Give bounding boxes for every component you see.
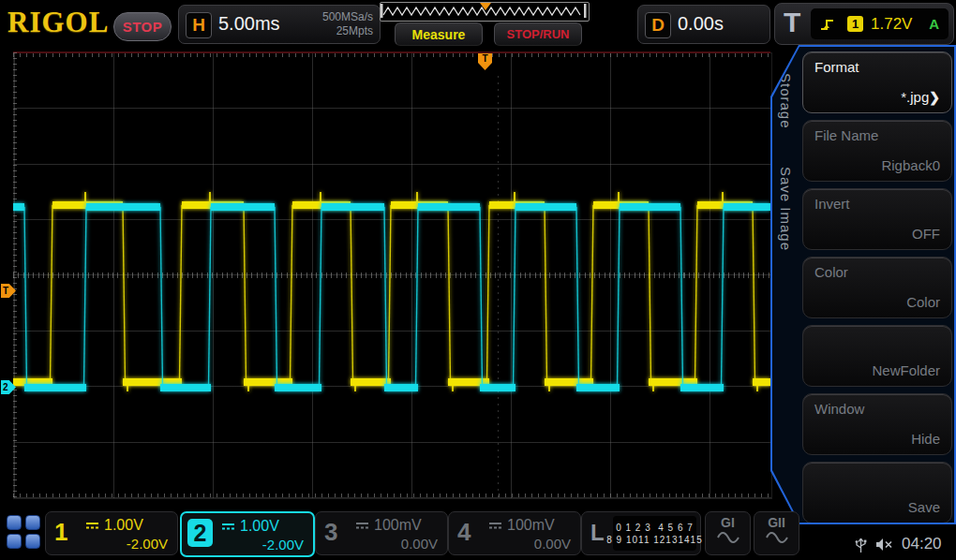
channel-2-offset: -2.00V <box>262 537 304 553</box>
format-value: *.jpg❯ <box>901 89 940 105</box>
menu-item-invert[interactable]: Invert OFF <box>802 188 952 250</box>
trigger-level-value: 1.72V <box>871 15 912 34</box>
chevron-right-icon: ❯ <box>929 90 940 105</box>
generator-2-box[interactable]: GII <box>754 511 799 555</box>
menu-item-window[interactable]: Window Hide <box>802 393 952 455</box>
file-name-label: File Name <box>814 127 878 143</box>
soft-menu-frame: Storage Save Image Format *.jpg❯ File Na… <box>770 45 956 524</box>
channel-4-offset: 0.00V <box>534 536 571 552</box>
dc-coupling-icon <box>488 522 502 529</box>
generator-1-label: GI <box>706 515 750 530</box>
menu-tile-icon <box>7 515 22 530</box>
sine-wave-icon <box>765 532 789 543</box>
stop-run-button[interactable]: STOP/RUN <box>494 22 582 46</box>
menu-item-file-name[interactable]: File Name Rigback0 <box>802 120 952 182</box>
channel-4-box[interactable]: 4 100mV 0.00V <box>448 511 581 555</box>
logic-label: L <box>590 520 605 546</box>
horizontal-timebase-panel: H 5.00ms 500MSa/s 25Mpts <box>178 5 381 44</box>
channel-3-offset: 0.00V <box>401 536 438 552</box>
channel-3-box[interactable]: 3 100mV 0.00V <box>315 511 448 555</box>
logic-row-2: 8 9 1011 12131415 <box>606 534 702 546</box>
color-value: Color <box>906 294 940 310</box>
clock: 04:20 <box>902 535 942 553</box>
logic-channels-box[interactable]: L 0 1 2 3 4 5 6 78 9 1011 12131415 <box>581 511 701 555</box>
generator-2-label: GII <box>754 515 799 530</box>
generator-1-box[interactable]: GI <box>705 511 751 555</box>
delay-panel: D 0.00s <box>637 5 770 44</box>
window-value: Hide <box>911 431 940 447</box>
trigger-source-badge: 1 <box>847 16 863 32</box>
main-menu-icon[interactable] <box>7 515 42 551</box>
tab-storage: Storage <box>778 73 794 129</box>
t-badge: T <box>784 7 800 38</box>
usb-icon <box>855 536 867 553</box>
measure-button[interactable]: Measure <box>395 22 483 46</box>
dc-coupling-icon <box>355 522 369 529</box>
channel-2-box[interactable]: 2 1.00V -2.00V <box>180 511 315 557</box>
channel-1-box[interactable]: 1 1.00V -2.00V <box>45 511 178 555</box>
channel-2-number: 2 <box>187 519 213 547</box>
memory-depth: 25Mpts <box>336 24 373 37</box>
menu-item-save[interactable]: Save <box>802 462 952 523</box>
color-label: Color <box>814 264 848 280</box>
format-label: Format <box>814 59 859 75</box>
acquisition-status-badge: STOP <box>113 12 172 41</box>
menu-item-format[interactable]: Format *.jpg❯ <box>802 52 952 113</box>
d-badge: D <box>645 12 671 38</box>
window-label: Window <box>814 401 864 417</box>
dc-coupling-icon <box>221 523 235 530</box>
waveform-traces <box>13 52 770 497</box>
timebase-value: 5.00ms <box>218 13 280 35</box>
channel-3-number: 3 <box>324 518 337 546</box>
tab-save-image: Save Image <box>778 167 794 251</box>
menu-tile-icon <box>25 515 40 530</box>
menu-tile-icon <box>25 534 40 549</box>
sample-rate-block: 500MSa/s 25Mpts <box>322 10 373 38</box>
sine-wave-icon <box>716 532 740 543</box>
speaker-muted-icon <box>875 538 893 552</box>
channel-4-scale: 100mV <box>507 517 555 534</box>
invert-value: OFF <box>912 226 940 242</box>
channel-3-scale: 100mV <box>374 517 422 534</box>
delay-value: 0.00s <box>678 13 724 35</box>
trigger-sweep-mode: A <box>929 16 939 32</box>
invert-label: Invert <box>814 196 850 212</box>
h-badge: H <box>186 12 212 38</box>
memory-position-marker-icon <box>480 3 491 10</box>
new-folder-value: NewFolder <box>872 362 940 378</box>
soft-menu-panel: Storage Save Image Format *.jpg❯ File Na… <box>770 45 956 524</box>
trigger-slope-icon <box>819 16 838 33</box>
menu-tile-icon <box>7 534 22 549</box>
channel-1-scale: 1.00V <box>104 517 143 534</box>
channel-2-scale: 1.00V <box>240 518 279 535</box>
trigger-inset: 1 1.72V A <box>811 8 949 39</box>
dc-coupling-icon <box>85 522 99 529</box>
channel-1-offset: -2.00V <box>127 536 168 552</box>
rigol-logo: RIGOL <box>7 6 109 39</box>
menu-item-color[interactable]: Color Color <box>802 257 952 318</box>
menu-item-new-folder[interactable]: NewFolder <box>802 325 952 387</box>
channel-4-number: 4 <box>457 518 471 546</box>
status-area: 04:20 <box>855 532 952 556</box>
sample-rate: 500MSa/s <box>322 10 373 23</box>
trigger-panel: T 1 1.72V A <box>774 3 954 45</box>
save-value: Save <box>908 499 940 515</box>
channel-1-number: 1 <box>54 518 67 546</box>
file-name-value: Rigback0 <box>881 157 940 173</box>
logic-channel-list: 0 1 2 3 4 5 6 78 9 1011 12131415 <box>613 516 696 551</box>
format-value-text: *.jpg <box>901 89 929 105</box>
logic-row-1: 0 1 2 3 4 5 6 7 <box>616 522 694 534</box>
